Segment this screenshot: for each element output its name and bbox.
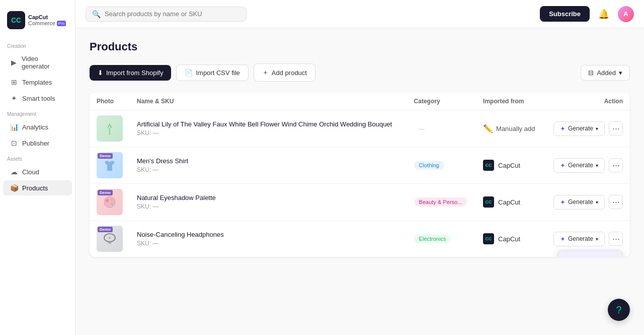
- table-row: Artificial Lily of The Valley Faux White…: [90, 110, 630, 147]
- action-cell: ✦Generate▾⋯VideosImages: [544, 221, 630, 257]
- imported-from-label: CapCut: [498, 235, 520, 243]
- category-badge: Clothing: [414, 161, 444, 170]
- sidebar-item-label: Templates: [22, 79, 52, 86]
- col-name-sku: Name & SKU: [130, 93, 407, 110]
- import-shopify-icon: ⬇: [98, 69, 103, 77]
- more-options-button[interactable]: ⋯: [609, 158, 623, 172]
- action-cell: ✦Generate▾⋯: [544, 147, 630, 184]
- product-photo-cell: Demo: [90, 147, 130, 184]
- more-options-icon: ⋯: [612, 161, 620, 170]
- subscribe-button[interactable]: Subscribe: [540, 6, 590, 22]
- added-filter-button[interactable]: ⊟ Added ▾: [581, 65, 630, 81]
- smart-tools-icon: ✦: [10, 94, 18, 102]
- generate-button[interactable]: ✦Generate▾: [553, 158, 605, 173]
- sidebar-item-products[interactable]: 📦 Products: [3, 180, 72, 195]
- avatar[interactable]: A: [618, 6, 634, 22]
- svg-point-2: [106, 199, 109, 202]
- sidebar-item-label: Publisher: [22, 140, 49, 147]
- manual-add-icon: ✏️: [483, 124, 493, 133]
- col-imported-from: Imported from: [476, 93, 544, 110]
- sidebar-item-publisher[interactable]: ⊡ Publisher: [3, 136, 72, 151]
- sidebar: CC CapCut Commerce Pro Creation ▶ Video …: [0, 0, 75, 335]
- product-name-cell: Noise-Canceling HeadphonesSKU: —: [130, 221, 407, 257]
- main-content: 🔍 Subscribe 🔔 A Products ⬇ Import from S…: [75, 0, 644, 335]
- category-badge: —: [414, 124, 430, 133]
- topbar-right: Subscribe 🔔 A: [540, 6, 634, 22]
- add-product-button[interactable]: ＋ Add product: [254, 63, 315, 82]
- imported-from-label: Manually add: [496, 125, 535, 132]
- demo-badge: Demo: [98, 227, 113, 232]
- generate-label: Generate: [568, 125, 593, 132]
- generate-chevron-icon: ▾: [596, 236, 598, 242]
- svg-point-7: [109, 237, 111, 239]
- capcut-icon: CC: [483, 233, 494, 244]
- demo-badge: Demo: [98, 153, 113, 159]
- imported-from-label: CapCut: [498, 198, 520, 206]
- search-input[interactable]: [105, 10, 240, 18]
- sidebar-item-video-generator[interactable]: ▶ Video generator: [3, 51, 72, 74]
- products-table: Photo Name & SKU Category Imported from …: [90, 93, 630, 257]
- more-options-button[interactable]: ⋯: [609, 195, 623, 209]
- product-photo-cell: Demo: [90, 184, 130, 221]
- import-csv-icon: 📄: [185, 69, 193, 77]
- cloud-icon: ☁: [10, 168, 18, 176]
- sidebar-item-cloud[interactable]: ☁ Cloud: [3, 164, 72, 179]
- product-category-cell: —: [407, 110, 476, 147]
- toolbar: ⬇ Import from Shopify 📄 Import CSV file …: [90, 63, 630, 82]
- generate-button[interactable]: ✦Generate▾: [553, 232, 605, 246]
- generate-button[interactable]: ✦Generate▾: [553, 121, 605, 136]
- content-area: Products ⬇ Import from Shopify 📄 Import …: [75, 28, 644, 335]
- table-row: DemoNoise-Canceling HeadphonesSKU: —Elec…: [90, 221, 630, 257]
- import-shopify-button[interactable]: ⬇ Import from Shopify: [90, 65, 171, 81]
- management-section-label: Management: [0, 106, 75, 119]
- add-product-label: Add product: [272, 69, 307, 77]
- generate-button[interactable]: ✦Generate▾: [553, 195, 605, 210]
- generate-icon: ✦: [560, 235, 566, 243]
- product-name-cell: Natural Eyeshadow PaletteSKU: —: [130, 184, 407, 221]
- product-category-cell: Electronics: [407, 221, 476, 257]
- logo: CC CapCut Commerce Pro: [0, 6, 75, 38]
- product-photo-cell: [90, 110, 130, 147]
- imported-from-label: CapCut: [498, 162, 520, 169]
- publisher-icon: ⊡: [10, 139, 18, 147]
- col-category: Category: [407, 93, 476, 110]
- svg-point-4: [111, 203, 114, 206]
- logo-badge: Pro: [57, 21, 66, 26]
- creation-section-label: Creation: [0, 38, 75, 51]
- topbar: 🔍 Subscribe 🔔 A: [75, 0, 644, 28]
- import-csv-button[interactable]: 📄 Import CSV file: [176, 64, 248, 81]
- templates-icon: ⊞: [10, 78, 18, 86]
- dropdown-item[interactable]: Videos: [558, 250, 622, 257]
- capcut-icon: CC: [483, 160, 494, 171]
- imported-from-cell: CCCapCut: [476, 147, 544, 184]
- sidebar-item-analytics[interactable]: 📊 Analytics: [3, 119, 72, 135]
- search-icon: 🔍: [92, 10, 101, 18]
- more-options-button[interactable]: ⋯: [609, 121, 623, 136]
- more-options-button[interactable]: ⋯: [609, 232, 623, 246]
- generate-dropdown-menu: VideosImages: [557, 250, 623, 257]
- product-name-cell: Men's Dress ShirtSKU: —: [130, 147, 407, 184]
- product-name-cell: Artificial Lily of The Valley Faux White…: [130, 110, 407, 147]
- product-name: Natural Eyeshadow Palette: [137, 194, 400, 202]
- generate-label: Generate: [568, 162, 593, 169]
- col-action: Action: [544, 93, 630, 110]
- svg-point-3: [111, 198, 113, 201]
- sidebar-item-templates[interactable]: ⊞ Templates: [3, 75, 72, 90]
- notifications-icon[interactable]: 🔔: [596, 6, 612, 22]
- sidebar-item-smart-tools[interactable]: ✦ Smart tools: [3, 91, 72, 106]
- video-generator-icon: ▶: [10, 58, 18, 66]
- logo-icon: CC: [7, 11, 25, 29]
- action-buttons: ✦Generate▾⋯: [551, 121, 623, 136]
- action-cell: ✦Generate▾⋯: [544, 184, 630, 221]
- product-sku: SKU: —: [137, 166, 400, 173]
- imported-from-cell: CCCapCut: [476, 221, 544, 257]
- search-box[interactable]: 🔍: [86, 7, 247, 22]
- assets-section-label: Assets: [0, 151, 75, 164]
- generate-label: Generate: [568, 198, 593, 206]
- product-category-cell: Beauty & Perso...: [407, 184, 476, 221]
- generate-chevron-icon: ▾: [596, 126, 598, 131]
- demo-badge: Demo: [98, 190, 113, 195]
- more-options-icon: ⋯: [612, 234, 620, 243]
- sidebar-item-label: Smart tools: [22, 95, 55, 102]
- fab-button[interactable]: ?: [608, 299, 630, 321]
